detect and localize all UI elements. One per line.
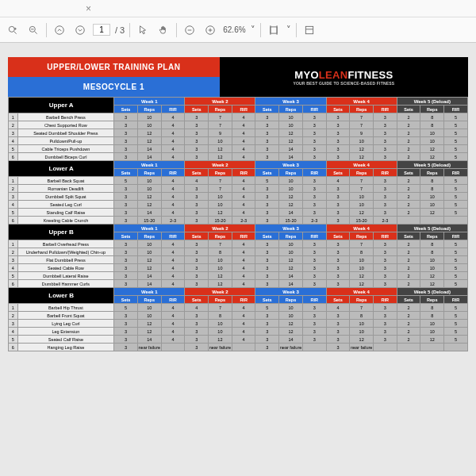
exercise-name: Seated Calf Raise [17, 336, 114, 344]
exercise-name: Leg Extension [17, 328, 114, 336]
week-header: Week 3 [255, 225, 326, 232]
svg-line-5 [35, 31, 37, 33]
col-header: Sets [326, 106, 350, 113]
week-header: Week 1 [114, 225, 185, 232]
col-header: Sets [114, 106, 138, 113]
fit-icon[interactable] [266, 22, 282, 38]
col-header: Reps [420, 106, 444, 113]
col-header: Sets [397, 296, 420, 304]
exercise-row: 2Underhand Pulldown/(Weighted) Chin-up31… [9, 248, 468, 256]
week-header: Week 5 (Deload) [397, 161, 467, 169]
exercise-row: 6Dumbbell Hammer Curls314431243143312321… [9, 280, 468, 288]
document-canvas[interactable]: UPPER/LOWER TRAINING PLAN MESOCYCLE 1 MY… [0, 43, 476, 476]
col-header: Sets [255, 232, 279, 240]
col-header: Reps [420, 232, 444, 240]
pointer-icon[interactable] [135, 22, 151, 38]
mesocycle-title: MESOCYCLE 1 [8, 77, 220, 97]
week-header: Week 2 [185, 288, 255, 296]
exercise-row: 4Pulldown/Pull-up31243104312331032105 [9, 137, 468, 145]
brand-logo: MYOLEANFITNESS YOUR BEST GUIDE TO SCIENC… [220, 57, 468, 97]
exercise-row: 1Barbell Bench Press31043743103373285 [9, 113, 468, 121]
exercise-row: 6Hanging Leg Raise3near failure3near fai… [9, 344, 468, 351]
col-header: RIR [232, 106, 255, 113]
svg-point-0 [9, 26, 14, 32]
col-header: RIR [444, 232, 468, 240]
exercise-row: 4Seated Leg Curl31243104312331032105 [9, 201, 468, 209]
page-down-icon[interactable] [72, 22, 88, 38]
fit-dropdown[interactable]: ˅ [286, 25, 291, 35]
col-header: Sets [326, 296, 350, 304]
exercise-row: 3Seated Dumbbell Shoulder Press312439431… [9, 129, 468, 137]
page-up-icon[interactable] [52, 22, 67, 38]
col-header: RIR [161, 296, 185, 304]
col-header: Reps [420, 296, 444, 304]
exercise-name: Flat Dumbbell Press [17, 256, 114, 264]
week-header: Week 2 [185, 98, 255, 106]
col-header: Reps [279, 232, 303, 240]
exercise-row: 6Dumbbell Biceps Curl3144312431433123212… [9, 153, 468, 161]
col-header: Reps [350, 169, 374, 177]
exercise-name: Dumbbell Split Squat [17, 193, 114, 201]
col-header: Sets [255, 106, 279, 113]
zoom-in-icon[interactable] [202, 22, 218, 38]
page-total: / 3 [115, 25, 125, 35]
col-header: Reps [420, 169, 444, 177]
week-header: Week 4 [326, 288, 397, 296]
exercise-name: Barbell Front Squat [17, 312, 114, 320]
svg-point-7 [56, 25, 64, 34]
col-header: Reps [350, 232, 374, 240]
col-header: Reps [137, 232, 161, 240]
col-header: Sets [397, 169, 420, 177]
col-header: Reps [137, 296, 161, 304]
tab-close[interactable]: × [79, 3, 98, 14]
group-name: Lower B [9, 288, 114, 304]
svg-rect-14 [271, 26, 277, 33]
svg-point-8 [76, 25, 85, 34]
search-minus-icon[interactable] [25, 22, 41, 38]
exercise-row: 2Barbell Front Squat31043843103383285 [9, 312, 468, 320]
col-header: RIR [302, 106, 326, 113]
col-header: Sets [114, 169, 138, 177]
zoom-out-icon[interactable] [182, 22, 198, 38]
col-header: Sets [114, 232, 138, 240]
zoom-dropdown[interactable]: ˅ [251, 25, 255, 35]
exercise-name: Barbell Bench Press [17, 113, 114, 121]
exercise-row: 4Leg Extension31243104312331032105 [9, 328, 468, 336]
week-header: Week 2 [185, 225, 255, 232]
col-header: RIR [232, 169, 255, 177]
exercise-name: Seated Dumbbell Shoulder Press [17, 129, 114, 137]
exercise-name: Seated Cable Row [17, 264, 114, 272]
col-header: RIR [374, 232, 397, 240]
col-header: RIR [374, 106, 397, 113]
training-table: Upper AWeek 1Week 2Week 3Week 4Week 5 (D… [8, 97, 468, 351]
exercise-row: 3Dumbbell Split Squat3124310431233103210… [9, 193, 468, 201]
col-header: RIR [161, 232, 185, 240]
exercise-name: Hanging Leg Raise [17, 344, 114, 351]
col-header: Reps [209, 296, 232, 304]
week-header: Week 2 [185, 161, 255, 169]
col-header: RIR [302, 169, 326, 177]
exercise-row: 5Seated Calf Raise31443124314331232125 [9, 336, 468, 344]
exercise-name: Standing Calf Raise [17, 209, 114, 217]
exercise-name: Romanian Deadlift [17, 185, 114, 193]
exercise-name: Kneeling Cable Crunch [17, 217, 114, 225]
col-header: Reps [137, 169, 161, 177]
svg-line-1 [14, 31, 17, 33]
week-header: Week 4 [326, 225, 397, 232]
col-header: Sets [185, 232, 209, 240]
exercise-row: 2Romanian Deadlift31043743103373285 [9, 185, 468, 193]
hand-icon[interactable] [155, 22, 171, 38]
exercise-row: 2Chest Supported Row31043743103373285 [9, 121, 468, 129]
col-header: Sets [185, 106, 209, 113]
sheet: UPPER/LOWER TRAINING PLAN MESOCYCLE 1 MY… [8, 57, 468, 351]
page-input[interactable] [93, 24, 110, 36]
week-header: Week 5 (Deload) [397, 98, 467, 106]
exercise-row: 5Standing Calf Raise31443124314331232125 [9, 209, 468, 217]
col-header: Sets [114, 296, 138, 304]
exercise-row: 3Flat Dumbbell Press31243104312331032105 [9, 256, 468, 264]
exercise-row: 3Lying Leg Curl31243104312331032105 [9, 320, 468, 328]
exercise-name: Seated Leg Curl [17, 201, 114, 209]
search-icon[interactable] [5, 22, 21, 38]
col-header: RIR [374, 296, 397, 304]
view-icon[interactable] [301, 22, 317, 38]
